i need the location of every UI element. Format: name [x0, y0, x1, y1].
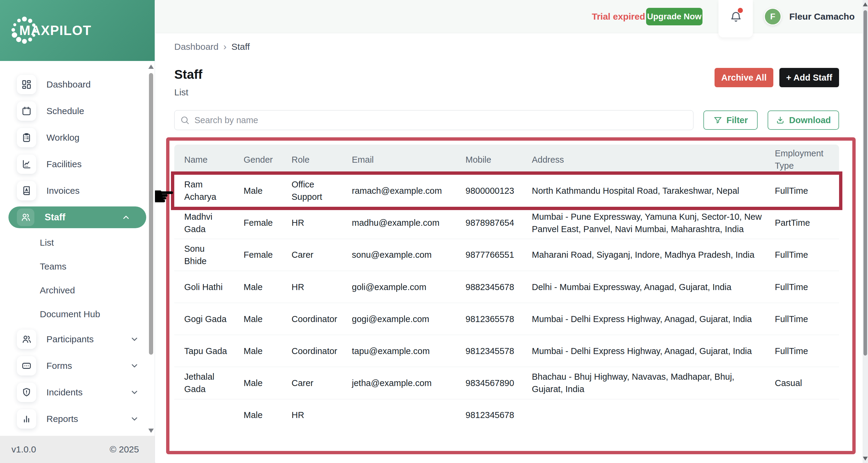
cell-gender: Male	[244, 313, 291, 325]
sidebar: MAXPILOT Dashboard Schedule	[0, 0, 155, 463]
chart-building-icon	[17, 154, 36, 174]
page-scrollbar[interactable]	[863, 0, 868, 463]
logo[interactable]: MAXPILOT	[0, 0, 155, 61]
cell-name: Sonu Bhide	[184, 243, 244, 267]
chevron-down-icon	[130, 414, 139, 424]
table-row[interactable]: Goli Hathi Male HR goli@example.com 9882…	[174, 271, 839, 303]
cell-gender: Male	[244, 345, 291, 357]
sidebar-item-incidents[interactable]: Incidents	[0, 379, 155, 406]
filter-label: Filter	[726, 115, 748, 125]
sidebar-item-label: Dashboard	[46, 79, 91, 90]
cell-name: Madhvi Gada	[184, 211, 244, 235]
sidebar-subitem-list[interactable]: List	[0, 231, 155, 255]
sidebar-item-label: Reports	[46, 414, 78, 424]
table-row[interactable]: Sonu Bhide Female Carer sonu@example.com…	[174, 239, 839, 271]
cell-name: Tapu Gada	[184, 345, 244, 357]
top-actions: Archive All + Add Staff	[715, 68, 839, 87]
download-button[interactable]: Download	[768, 111, 839, 130]
sidebar-scrollbar-thumb[interactable]	[149, 73, 153, 355]
cell-email: sonu@example.com	[352, 249, 466, 261]
title-block: Staff List	[174, 67, 202, 97]
cell-mobile: 9800000123	[466, 185, 532, 197]
sidebar-item-label: Participants	[46, 334, 94, 344]
sidebar-item-participants[interactable]: Participants	[0, 326, 155, 352]
cell-role: Office Support	[291, 178, 352, 203]
download-icon	[776, 116, 785, 125]
cell-role: Carer	[291, 377, 352, 389]
page-scroll-up-arrow[interactable]	[863, 2, 868, 6]
cell-employment: FullTime	[775, 313, 839, 325]
table-row[interactable]: Jethalal Gada Male Carer jetha@example.c…	[174, 367, 839, 399]
search-icon	[180, 115, 190, 125]
sidebar-item-invoices[interactable]: Invoices	[0, 177, 155, 204]
cell-mobile: 9812365578	[466, 313, 532, 325]
sidebar-scroll-down-arrow[interactable]	[148, 429, 154, 433]
sidebar-nav: Dashboard Schedule Worklog	[0, 61, 155, 432]
upgrade-now-button[interactable]: Upgrade Now	[646, 8, 703, 25]
table-header-row: Name Gender Role Email Mobile Address Em…	[174, 145, 839, 175]
cell-gender: Male	[244, 281, 291, 293]
sidebar-item-facilities[interactable]: Facilities	[0, 151, 155, 177]
breadcrumb-chevron-icon: ›	[223, 41, 227, 52]
cell-role: HR	[291, 217, 352, 229]
header-address: Address	[532, 154, 775, 166]
page-scroll-down-arrow[interactable]	[863, 457, 868, 461]
archive-all-button[interactable]: Archive All	[715, 68, 773, 87]
notification-tab	[718, 0, 753, 37]
sidebar-item-schedule[interactable]: Schedule	[0, 98, 155, 124]
sidebar-item-worklog[interactable]: Worklog	[0, 124, 155, 151]
filter-button[interactable]: Filter	[703, 111, 758, 130]
cell-email: ramach@example.com	[352, 185, 466, 197]
table-row[interactable]: Male HR 9812345678	[174, 399, 839, 431]
sidebar-subitem-teams[interactable]: Teams	[0, 255, 155, 278]
breadcrumb: Dashboard › Staff	[174, 41, 839, 52]
table-row[interactable]: Gogi Gada Male Coordinator gogi@example.…	[174, 303, 839, 335]
sidebar-item-label: Worklog	[46, 133, 79, 143]
filter-funnel-icon	[713, 116, 722, 125]
search-box	[174, 110, 693, 130]
cell-address: Mumbai - Delhi Express Highway, Anagad, …	[532, 313, 775, 325]
chevron-down-icon	[130, 335, 139, 344]
page-subtitle: List	[174, 87, 202, 97]
table-row[interactable]: Madhvi Gada Female HR madhu@example.com …	[174, 207, 839, 239]
sidebar-item-dashboard[interactable]: Dashboard	[0, 71, 155, 98]
cell-address: Bhachau - Bhuj Highway, Navavas, Madhapa…	[532, 371, 775, 395]
table-row[interactable]: Tapu Gada Male Coordinator tapu@example.…	[174, 335, 839, 367]
page-scrollbar-thumb[interactable]	[864, 10, 867, 355]
cell-role: Coordinator	[291, 345, 352, 357]
cell-name: Goli Hathi	[184, 281, 244, 293]
header-gender: Gender	[244, 154, 291, 166]
sidebar-subitem-archived[interactable]: Archived	[0, 278, 155, 302]
cell-employment: Casual	[775, 377, 839, 389]
sidebar-item-staff[interactable]: Staff	[8, 206, 146, 228]
table-row[interactable]: Ram Acharya Male Office Support ramach@e…	[174, 175, 839, 207]
cell-gender: Female	[244, 217, 291, 229]
dashboard-icon	[17, 75, 36, 94]
calendar-icon	[17, 102, 36, 121]
avatar[interactable]: F	[764, 8, 781, 25]
header-mobile: Mobile	[466, 154, 532, 166]
notification-badge	[738, 8, 743, 13]
cell-role: Coordinator	[291, 313, 352, 325]
sidebar-subitem-document-hub[interactable]: Document Hub	[0, 302, 155, 326]
logo-text: MAXPILOT	[19, 0, 91, 61]
sidebar-item-reports[interactable]: Reports	[0, 406, 155, 432]
sidebar-scroll-up-arrow[interactable]	[148, 65, 154, 69]
topbar: Trial expired Upgrade Now F Fleur Camach…	[155, 0, 868, 33]
search-input[interactable]	[194, 115, 693, 125]
trial-expired-text: Trial expired	[592, 0, 645, 33]
cell-role: HR	[291, 281, 352, 293]
submenu-label: Archived	[40, 285, 75, 295]
user-name[interactable]: Fleur Camacho	[789, 0, 855, 33]
cell-name: Ram Acharya	[184, 178, 244, 203]
cell-address: Mumbai - Delhi Express Highway, Anagad, …	[532, 345, 775, 357]
breadcrumb-dashboard[interactable]: Dashboard	[174, 42, 219, 52]
breadcrumb-staff: Staff	[231, 42, 250, 52]
sidebar-item-forms[interactable]: Forms	[0, 352, 155, 379]
clipboard-icon	[17, 128, 36, 147]
cell-name: Jethalal Gada	[184, 371, 244, 395]
submenu-label: Teams	[40, 261, 66, 272]
add-staff-button[interactable]: + Add Staff	[779, 68, 839, 87]
cell-gender: Male	[244, 185, 291, 197]
cell-employment: FullTime	[775, 185, 839, 197]
